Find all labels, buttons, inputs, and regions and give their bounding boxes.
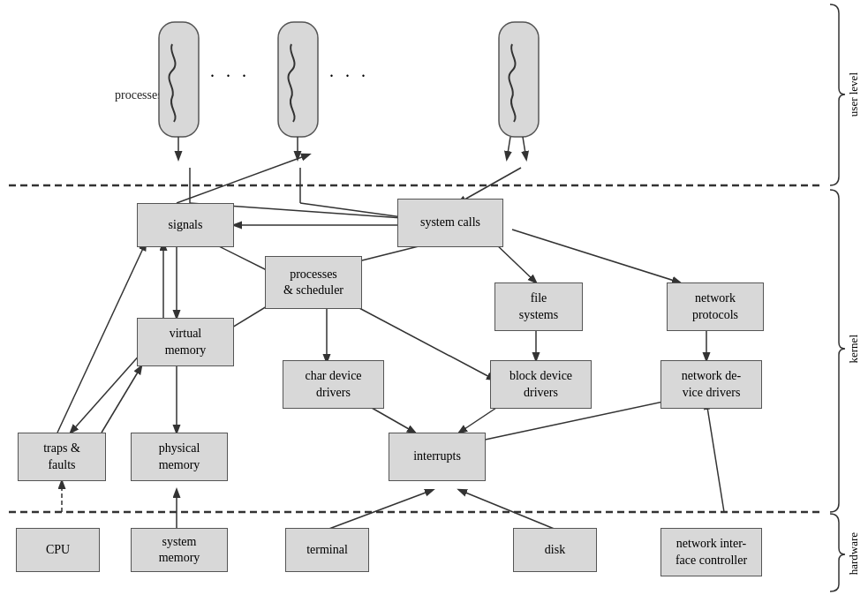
cpu-box: CPU	[16, 528, 100, 572]
physical-memory-box: physical memory	[131, 433, 228, 481]
svg-line-37	[507, 137, 510, 159]
kernel-label: kernel	[847, 190, 861, 508]
process-icon-2	[274, 18, 322, 168]
traps-faults-box: traps & faults	[18, 433, 106, 481]
system-calls-box: system calls	[397, 199, 503, 247]
disk-box: disk	[513, 528, 597, 572]
svg-rect-36	[499, 22, 539, 137]
svg-rect-32	[159, 22, 199, 137]
file-systems-box: file systems	[494, 282, 583, 331]
system-memory-box: system memory	[131, 528, 228, 572]
network-device-drivers-box: network de- vice drivers	[660, 360, 762, 409]
process-icon-3	[494, 18, 547, 168]
dots-2: · · ·	[329, 66, 369, 87]
network-protocols-box: network protocols	[667, 282, 764, 331]
interrupts-box: interrupts	[389, 433, 486, 481]
virtual-memory-box: virtual memory	[137, 318, 234, 366]
svg-line-38	[523, 137, 526, 159]
svg-line-23	[57, 243, 146, 433]
svg-line-19	[71, 353, 141, 433]
process-icon-1	[155, 18, 203, 168]
hardware-label: hardware	[847, 514, 861, 593]
network-interface-box: network inter- face controller	[660, 528, 762, 576]
svg-rect-34	[278, 22, 318, 137]
svg-line-10	[512, 230, 680, 282]
processes-scheduler-box: processes & scheduler	[265, 256, 362, 309]
char-device-drivers-box: char device drivers	[283, 360, 384, 409]
diagram: user level kernel hardware processes · ·…	[0, 0, 868, 595]
svg-line-29	[459, 490, 556, 530]
svg-line-24	[102, 366, 141, 433]
user-level-label: user level	[847, 4, 861, 185]
svg-line-28	[327, 490, 433, 530]
block-device-drivers-box: block device drivers	[490, 360, 592, 409]
svg-line-9	[494, 243, 536, 282]
dots-1: · · ·	[210, 66, 250, 87]
svg-line-30	[706, 402, 724, 512]
svg-line-6	[458, 168, 521, 203]
terminal-box: terminal	[285, 528, 369, 572]
signals-box: signals	[137, 203, 234, 247]
